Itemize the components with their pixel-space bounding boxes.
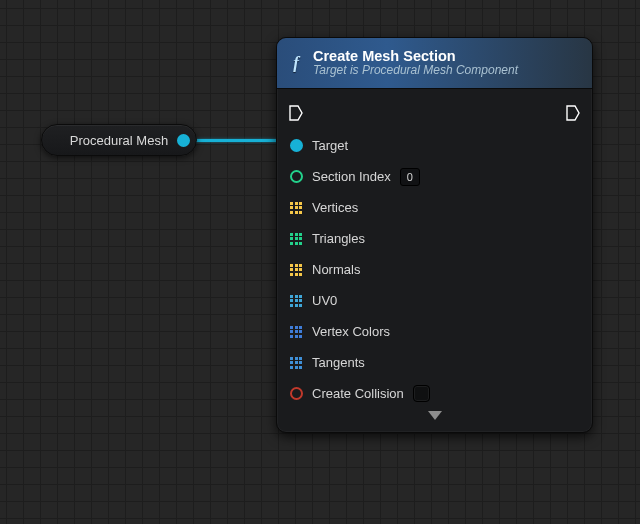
label-target: Target (312, 138, 348, 153)
node-header[interactable]: f Create Mesh Section Target is Procedur… (277, 38, 592, 89)
node-body: Target Section Index 0 Vertices Triangle… (277, 89, 592, 432)
label-vertex-colors: Vertex Colors (312, 324, 390, 339)
expand-arrow-icon[interactable] (428, 411, 442, 420)
label-normals: Normals (312, 262, 360, 277)
output-pin-object[interactable] (176, 133, 190, 147)
label-uv0: UV0 (312, 293, 337, 308)
label-vertices: Vertices (312, 200, 358, 215)
input-pin-section-index[interactable] (289, 170, 303, 184)
variable-node-label: Procedural Mesh (70, 133, 168, 148)
input-pin-vertices[interactable] (289, 201, 303, 215)
node-title: Create Mesh Section (313, 48, 518, 65)
input-pin-uv0[interactable] (289, 294, 303, 308)
input-pin-create-collision[interactable] (289, 387, 303, 401)
checkbox-create-collision[interactable] (413, 385, 430, 402)
label-tangents: Tangents (312, 355, 365, 370)
function-node-create-mesh-section[interactable]: f Create Mesh Section Target is Procedur… (276, 37, 593, 433)
exec-in-pin[interactable] (289, 106, 303, 120)
function-icon: f (287, 54, 305, 72)
input-section-index-value[interactable]: 0 (400, 168, 420, 186)
input-pin-triangles[interactable] (289, 232, 303, 246)
input-pin-normals[interactable] (289, 263, 303, 277)
exec-out-pin[interactable] (566, 106, 580, 120)
input-pin-target[interactable] (289, 139, 303, 153)
input-pin-tangents[interactable] (289, 356, 303, 370)
node-subtitle: Target is Procedural Mesh Component (313, 64, 518, 78)
variable-node-procedural-mesh[interactable]: Procedural Mesh (41, 124, 197, 156)
label-section-index: Section Index (312, 169, 391, 184)
label-triangles: Triangles (312, 231, 365, 246)
label-create-collision: Create Collision (312, 386, 404, 401)
input-pin-vertex-colors[interactable] (289, 325, 303, 339)
